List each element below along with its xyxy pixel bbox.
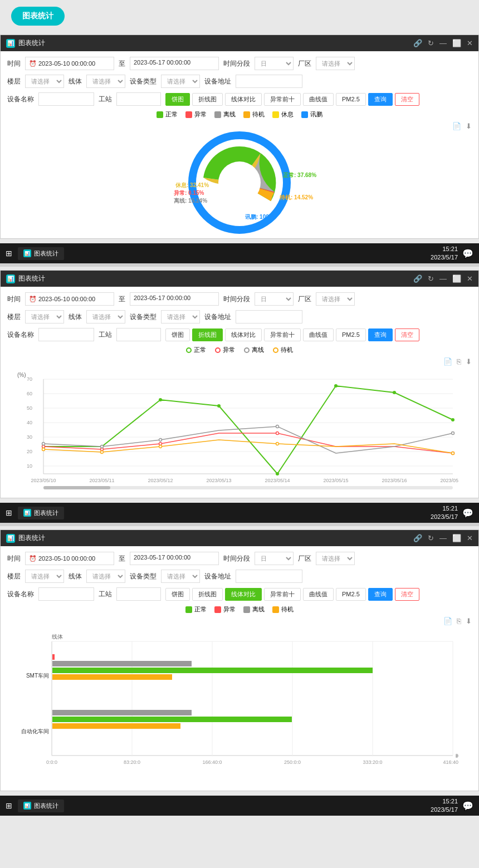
close-icon-2[interactable]: ✕: [467, 274, 473, 283]
btn-compare-3[interactable]: 线体对比: [225, 588, 262, 601]
taskbar-app-1[interactable]: 📊 图表统计: [18, 247, 64, 260]
copy-icon-2[interactable]: ⎘: [457, 357, 461, 366]
line-select-3[interactable]: 请选择: [86, 570, 125, 583]
windows-icon-2[interactable]: ⊞: [6, 508, 12, 517]
chat-icon-2[interactable]: 💬: [462, 508, 473, 518]
windows-icon-1[interactable]: ⊞: [6, 249, 12, 258]
device-name-input[interactable]: [38, 92, 94, 106]
legend-abnormal: 异常: [185, 110, 207, 119]
floor-select-3[interactable]: 请选择: [25, 570, 64, 583]
xtick-6: 2023/05/16: [382, 478, 407, 483]
device-type-select-2[interactable]: 请选择: [161, 310, 200, 323]
top-title-button[interactable]: 图表统计: [11, 7, 65, 26]
download-icon-3[interactable]: ⬇: [466, 617, 472, 625]
btn-clear-2[interactable]: 清空: [395, 328, 419, 341]
scrollbar-thumb[interactable]: [43, 486, 110, 489]
time-start-2[interactable]: ⏰ 2023-05-10 00:00:00: [25, 292, 114, 306]
btn-query-3[interactable]: 查询: [368, 588, 393, 601]
btn-clear-3[interactable]: 清空: [395, 588, 419, 601]
line-select-2[interactable]: 请选择: [86, 310, 125, 323]
minimize-icon-2[interactable]: —: [439, 274, 447, 283]
maximize-icon[interactable]: ⬜: [452, 39, 461, 47]
btn-curve-2[interactable]: 曲线值: [303, 328, 334, 341]
btn-compare-2[interactable]: 线体对比: [225, 328, 262, 341]
close-icon[interactable]: ✕: [467, 39, 473, 47]
btn-pie[interactable]: 饼图: [165, 93, 190, 106]
time-start-container: ⏰ 2023-05-10 00:00:00: [25, 57, 114, 70]
copy-icon-3[interactable]: ⎘: [457, 617, 461, 625]
maximize-icon-2[interactable]: ⬜: [452, 274, 461, 283]
ytick-50: 50: [27, 405, 32, 411]
device-name-input-3[interactable]: [38, 587, 94, 601]
btn-top10-2[interactable]: 异常前十: [264, 328, 301, 341]
taskbar-app-2[interactable]: 📊 图表统计: [18, 507, 64, 519]
btn-pie-2[interactable]: 饼图: [165, 328, 190, 341]
time-seg-select-3[interactable]: 日: [255, 552, 294, 565]
chat-icon-1[interactable]: 💬: [462, 248, 473, 259]
link-icon-2[interactable]: 🔗: [413, 274, 422, 283]
chat-icon-3[interactable]: 💬: [462, 801, 473, 811]
bar-legend-abnormal: 异常: [214, 605, 236, 614]
btn-line-2[interactable]: 折线图: [192, 328, 223, 341]
device-name-input-2[interactable]: [38, 328, 94, 341]
btn-query-2[interactable]: 查询: [368, 328, 393, 341]
floor-select[interactable]: 请选择: [25, 75, 64, 88]
device-type-select[interactable]: 请选择: [161, 75, 200, 88]
bar-legend-standby: 待机: [272, 605, 294, 614]
close-icon-3[interactable]: ✕: [467, 534, 473, 542]
download-icon[interactable]: ⬇: [466, 122, 472, 130]
line-dot-normal: [186, 347, 192, 353]
export-icon[interactable]: 📄: [452, 122, 461, 130]
maximize-icon-3[interactable]: ⬜: [452, 534, 461, 542]
btn-clear[interactable]: 清空: [395, 93, 419, 106]
time-start-3[interactable]: ⏰ 2023-05-10 00:00:00: [25, 552, 114, 565]
btn-curve-3[interactable]: 曲线值: [303, 588, 334, 601]
btn-pm25-2[interactable]: PM2.5: [336, 328, 366, 341]
time-segment-select[interactable]: 日: [255, 57, 294, 70]
station-input[interactable]: [116, 92, 161, 106]
device-addr-input-3[interactable]: [236, 570, 302, 583]
factory-select-3[interactable]: 请选择: [316, 552, 355, 565]
taskbar-app-3[interactable]: 📊 图表统计: [18, 800, 64, 812]
bar-legend-normal: 正常: [185, 605, 207, 614]
time-end-2[interactable]: 2023-05-17 00:00:00: [130, 292, 219, 306]
btn-top10[interactable]: 异常前十: [264, 93, 301, 106]
bar-group-smt: SMT车间: [26, 673, 49, 679]
export-icon-2[interactable]: 📄: [443, 357, 452, 366]
btn-pm25-3[interactable]: PM2.5: [336, 588, 366, 601]
time-end-container[interactable]: 2023-05-17 00:00:00: [130, 57, 219, 70]
refresh-icon-2[interactable]: ↻: [428, 274, 434, 283]
device-addr-input[interactable]: [236, 75, 302, 88]
btn-query[interactable]: 查询: [368, 93, 393, 106]
ytick-10: 10: [27, 463, 32, 469]
btn-curve[interactable]: 曲线值: [303, 93, 334, 106]
floor-select-2[interactable]: 请选择: [25, 310, 64, 323]
time-start-value[interactable]: 2023-05-10 00:00:00: [38, 60, 95, 67]
time-end-3[interactable]: 2023-05-17 00:00:00: [130, 552, 219, 565]
time-seg-select-2[interactable]: 日: [255, 292, 294, 306]
link-icon[interactable]: 🔗: [413, 39, 422, 47]
line-select[interactable]: 请选择: [86, 75, 125, 88]
spacer-2: [0, 523, 479, 526]
btn-pm25[interactable]: PM2.5: [336, 93, 366, 106]
btn-pie-3[interactable]: 饼图: [165, 588, 190, 601]
btn-line-3[interactable]: 折线图: [192, 588, 223, 601]
filter-row-2-2: 楼层 请选择 线体 请选择 设备类型 请选择 设备地址: [7, 310, 472, 323]
factory-select-2[interactable]: 请选择: [316, 292, 355, 306]
btn-line[interactable]: 折线图: [192, 93, 223, 106]
download-icon-2[interactable]: ⬇: [466, 357, 472, 366]
link-icon-3[interactable]: 🔗: [413, 534, 422, 542]
device-type-select-3[interactable]: 请选择: [161, 570, 200, 583]
refresh-icon-3[interactable]: ↻: [428, 534, 434, 542]
refresh-icon[interactable]: ↻: [428, 39, 434, 47]
btn-compare[interactable]: 线体对比: [225, 93, 262, 106]
factory-select[interactable]: 请选择: [316, 57, 355, 70]
minimize-icon-3[interactable]: —: [439, 534, 447, 542]
minimize-icon[interactable]: —: [439, 39, 447, 47]
btn-top10-3[interactable]: 异常前十: [264, 588, 301, 601]
windows-icon-3[interactable]: ⊞: [6, 801, 12, 810]
station-input-2[interactable]: [116, 328, 161, 341]
export-icon-3[interactable]: 📄: [443, 617, 452, 625]
station-input-3[interactable]: [116, 587, 161, 601]
device-addr-input-2[interactable]: [236, 310, 302, 323]
